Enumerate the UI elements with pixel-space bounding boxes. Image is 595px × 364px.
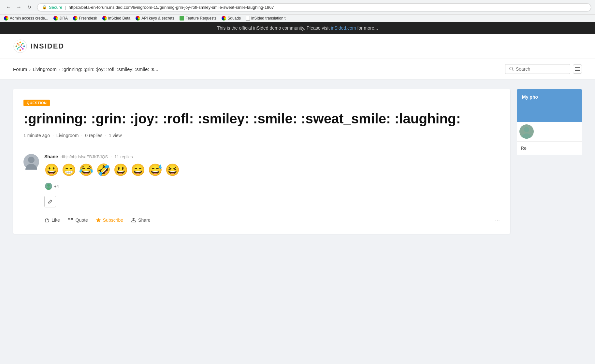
bookmark-insided-beta[interactable]: inSided Beta [102,16,130,21]
bookmark-squads[interactable]: Squads [222,16,241,21]
question-badge: QUESTION [23,100,50,106]
re-label: Re [521,146,527,151]
bookmark-api-keys[interactable]: API keys & secrets [136,16,174,21]
post-content-area: Shane dfbjsfbhjdsfsaFBJKBJQS · 11 replie… [44,154,500,223]
svg-point-19 [25,164,37,170]
breadcrumb-forum[interactable]: Forum [13,66,27,72]
post-time: 1 minute ago [23,133,50,138]
emoji-8: 😆 [165,163,180,177]
svg-point-2 [20,42,21,43]
search-box[interactable] [505,64,570,74]
quote-button[interactable]: ❝❞ Quote [68,217,88,223]
avatar-svg [23,154,39,170]
bookmark-label: Freshdesk [79,16,97,21]
svg-point-21 [46,188,51,191]
breadcrumb-sep-1: › [29,66,31,72]
svg-point-4 [23,46,25,47]
reaction-avatar-svg [45,182,52,190]
search-area [505,64,582,74]
reaction-avatar-1 [44,182,53,190]
more-button[interactable]: ··· [495,217,500,223]
subscribe-button[interactable]: Subscribe [96,217,123,223]
bookmark-admin[interactable]: Admin access crede... [4,16,48,21]
site-wrapper: INSIDED Forum › Livingroom › :grinning: … [0,34,595,294]
bookmark-insided-translation[interactable]: inSided translation t [246,16,285,21]
action-bar: Like ❝❞ Quote Subscribe [44,214,500,223]
thumbs-up-icon [44,217,50,223]
demo-banner-suffix: for more... [357,25,378,31]
demo-banner: This is the official inSided demo commun… [0,22,595,34]
post-divider [23,146,500,146]
back-button[interactable]: ← [4,3,13,12]
post-category[interactable]: Livingroom [56,133,79,138]
bookmark-favicon [73,16,78,21]
main-content: QUESTION :grinning: :grin: :joy: :rofl: … [0,79,595,244]
like-button[interactable]: Like [44,217,60,223]
svg-point-3 [22,43,24,45]
meta-dot-1: · [52,133,54,138]
breadcrumb-post[interactable]: :grinning: :grin: :joy: :rofl: :smiley: … [62,66,158,72]
post-author-row: Shane dfbjsfbhjdsfsaFBJKBJQS · 11 replie… [23,154,500,223]
emoji-row: 😀 😁 😂 🤣 😃 😄 😅 😆 [44,163,500,177]
bookmark-label: Admin access crede... [10,16,48,21]
svg-marker-23 [96,218,101,222]
site-header: INSIDED [0,34,595,59]
quote-icon: ❝❞ [68,217,74,223]
share-icon [131,217,136,223]
reload-button[interactable]: ↻ [25,3,34,12]
bookmark-label: JIRA [59,16,68,21]
share-label: Share [138,217,150,223]
site-logo[interactable]: INSIDED [13,39,64,53]
browser-chrome: ← → ↻ 🔒 Secure | https://beta-en-forum.i… [0,0,595,22]
bookmark-freshdesk[interactable]: Freshdesk [73,16,97,21]
forward-button[interactable]: → [14,3,23,12]
author-avatar [23,154,39,170]
svg-point-1 [17,43,19,45]
meta-dot-3: · [105,133,106,138]
breadcrumb-row: Forum › Livingroom › :grinning: :grin: :… [0,59,595,79]
my-panel-label: My pho [522,94,538,100]
svg-point-5 [22,48,24,50]
svg-point-12 [18,47,20,48]
logo-icon [13,39,27,53]
bookmark-jira[interactable]: JIRA [53,16,68,21]
svg-point-7 [17,48,19,50]
edit-button[interactable] [44,196,56,207]
lock-icon: 🔒 [42,5,47,9]
pencil-icon [48,199,52,204]
svg-point-20 [28,157,35,163]
post-meta: 1 minute ago · Livingroom · 0 replies · … [23,133,500,138]
share-button[interactable]: Share [131,217,150,223]
my-panel: My pho [517,89,582,122]
search-input[interactable] [516,66,565,72]
bookmark-label: inSided Beta [108,16,130,21]
post-title: :grinning: :grin: :joy: :rofl: :smiley: … [23,111,500,127]
logo-text: INSIDED [31,42,64,50]
bookmark-label: Squads [227,16,241,21]
right-avatar [519,124,534,139]
demo-banner-text: This is the official inSided demo commun… [217,25,331,31]
menu-icon[interactable] [573,64,582,74]
author-dot: · [110,154,112,159]
emoji-3: 😂 [79,163,94,177]
post-replies: 0 replies [85,133,102,138]
breadcrumb-livingroom[interactable]: Livingroom [33,66,56,72]
bookmark-feature-requests[interactable]: Feature Requests [180,16,216,21]
author-line: Shane dfbjsfbhjdsfsaFBJKBJQS · 11 replie… [44,154,500,159]
author-name: Shane [44,154,58,159]
demo-banner-link[interactable]: inSided.com [331,25,356,31]
like-label: Like [51,217,60,223]
breadcrumb: Forum › Livingroom › :grinning: :grin: :… [13,66,158,72]
quote-label: Quote [76,217,88,223]
search-icon [509,67,514,71]
emoji-6: 😄 [131,163,145,177]
reaction-count: +4 [54,184,59,189]
bookmark-favicon [102,16,107,21]
right-panel: My pho Re [517,89,582,234]
right-avatar-svg [519,124,534,139]
svg-point-6 [20,49,21,51]
re-panel: Re [517,141,582,155]
address-bar[interactable]: 🔒 Secure | https://beta-en-forum.insided… [37,3,591,11]
emoji-5: 😃 [113,163,128,177]
bookmark-label: API keys & secrets [141,16,174,21]
